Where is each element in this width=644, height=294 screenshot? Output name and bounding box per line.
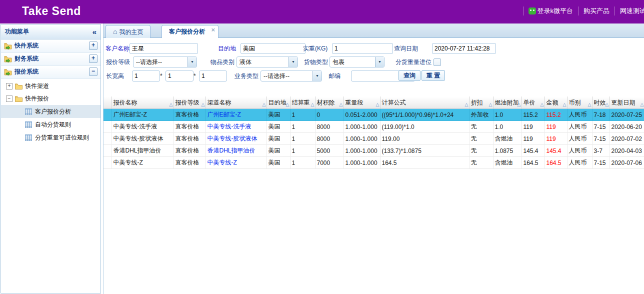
sort-icon[interactable]: △ [518,102,521,107]
channel-link-cell[interactable]: 香港DHL指甲油价 [206,145,266,157]
query-date-input[interactable] [432,43,496,54]
chevron-down-icon[interactable]: ▼ [288,57,298,67]
table-row[interactable]: 中美专线-胶状液体直客价格中美专线-胶状液体美国180001.000-1.000… [104,133,644,145]
table-row[interactable]: 中美专线-Z直客价格中美专线-Z美国170001.000-1.000164.5无… [104,157,644,169]
buy-product-link[interactable]: 购买产品 [578,6,614,16]
column-header[interactable]: 结算重△ [290,96,315,109]
table-row[interactable]: 广州E邮宝-Z直客价格广州E邮宝-Z美国100.051-2.000((95*1/… [104,109,644,121]
chevron-down-icon[interactable]: ▼ [375,57,384,67]
height-input[interactable] [199,70,227,82]
collapse-sidebar-icon[interactable]: « [92,24,96,39]
table-cell: 美国 [266,133,290,145]
sort-icon[interactable]: △ [376,102,380,107]
sort-icon[interactable]: △ [640,102,644,107]
column-header[interactable]: 更新日期△ [610,96,644,109]
business-type-select[interactable]: --请选择-- ▼ [260,70,322,82]
sort-icon[interactable]: △ [340,102,343,107]
folder-icon [15,84,22,90]
tree-node-express-channel[interactable]: + 快件渠道 [1,80,100,92]
tab-my-homepage[interactable]: ⌂我的主页 [106,25,150,38]
channel-link-cell[interactable]: 中美专线-胶状液体 [206,133,266,145]
business-type-label: 业务类型 [234,70,258,82]
collapse-node-icon[interactable]: − [6,96,12,102]
column-header[interactable]: 时效△ [592,96,610,109]
expand-group-icon[interactable]: + [89,54,98,63]
sort-icon[interactable]: △ [489,102,492,107]
tree-leaf-label: 自动分货规则 [35,120,71,129]
close-tab-icon[interactable]: × [211,26,215,34]
tree-leaf-split-weight-carry-rule[interactable]: 分货重量可进位规则 [1,131,100,144]
table-cell: 164.5 [522,157,544,169]
table-cell: (119.00)*1.0 [380,121,469,133]
goods-type-select[interactable]: 包裹 ▼ [330,56,384,68]
column-header[interactable]: 报价名称△ [112,96,174,109]
channel-link-cell[interactable]: 广州E邮宝-Z [206,109,266,121]
customer-name-input[interactable] [130,43,198,54]
sidebar-group-express-system[interactable]: 快件系统 + [1,40,100,52]
destination-input[interactable] [240,43,306,54]
column-header[interactable]: 币别△ [567,96,592,109]
multiply-separator: * [160,70,162,82]
table-cell: 美国 [266,145,290,157]
query-date-label: 查询日期 [394,43,418,54]
table-cell: 119 [544,133,567,145]
sort-icon[interactable]: △ [311,102,314,107]
tree-node-express-quote[interactable]: − 快件报价 [1,92,100,105]
sort-icon[interactable]: △ [286,102,290,107]
sort-icon[interactable]: △ [170,102,173,107]
login-kwei-label: 登录k微平台 [538,7,574,14]
chevron-down-icon[interactable]: ▼ [188,57,196,67]
sidebar-group-quote-system[interactable]: 报价系统 − [1,66,100,78]
login-kwei-link[interactable]: 登录k微平台 [523,6,578,16]
item-category-select[interactable]: 液体 ▼ [236,56,298,68]
column-header[interactable]: 单价△ [522,96,544,109]
column-header[interactable]: 目的地△ [266,96,290,109]
column-header[interactable]: 报价等级△ [174,96,206,109]
table-row[interactable]: 香港DHL指甲油价直客价格香港DHL指甲油价美国150001.000-1.000… [104,145,644,157]
tree-leaf-auto-split-rule[interactable]: 自动分货规则 [1,118,100,131]
tree-leaf-customer-quote-analysis[interactable]: 客户报价分析 [1,105,100,118]
actual-weight-input[interactable] [332,43,393,54]
column-header[interactable]: 材积除△ [315,96,344,109]
column-header[interactable]: 金额△ [544,96,567,109]
tab-bar: ⌂我的主页 客户报价分析 × [104,24,644,38]
sort-icon[interactable]: △ [540,102,544,107]
sidebar-title-label: 功能菜单 [5,28,29,35]
folder-arrow-icon [4,42,12,50]
table-cell: 1.0 [493,121,522,133]
width-input[interactable] [166,70,194,82]
channel-link-cell[interactable]: 中美专线-Z [206,157,266,169]
table-cell: 中美专线-洗手液 [112,121,174,133]
sort-icon[interactable]: △ [262,102,266,107]
sort-icon[interactable]: △ [465,102,468,107]
table-cell: 广州E邮宝-Z [112,109,174,121]
query-button[interactable]: 查询 [398,70,420,81]
sort-icon[interactable]: △ [588,102,592,107]
column-header[interactable]: 渠道名称△ [206,96,266,109]
sidebar-group-finance-system[interactable]: 财务系统 + [1,52,100,66]
expand-group-icon[interactable]: + [89,42,98,50]
chevron-down-icon[interactable]: ▼ [312,71,322,81]
column-header[interactable]: 计算公式△ [380,96,469,109]
grid-icon [25,122,32,128]
column-header[interactable]: 重量段△ [344,96,380,109]
quote-level-value: --请选择-- [134,57,188,67]
table-row[interactable]: 中美专线-洗手液直客价格中美专线-洗手液美国180001.000-1.000(1… [104,121,644,133]
speed-test-link[interactable]: 网速测试 [614,6,644,16]
expand-node-icon[interactable]: + [6,83,12,90]
length-input[interactable] [132,70,160,82]
column-header[interactable]: 燃油附加△ [493,96,522,109]
quote-level-select[interactable]: --请选择-- ▼ [133,56,197,68]
quote-level-label: 报价等级 [106,56,130,68]
tab-customer-quote-analysis[interactable]: 客户报价分析 × [162,25,218,39]
collapse-group-icon[interactable]: − [89,68,98,76]
sort-icon[interactable]: △ [563,102,566,107]
sort-icon[interactable]: △ [606,102,609,107]
channel-link-cell[interactable]: 中美专线-洗手液 [206,121,266,133]
split-weight-carry-checkbox[interactable] [434,58,441,66]
column-header[interactable]: 折扣△ [469,96,493,109]
sort-icon[interactable]: △ [202,102,205,107]
table-cell: 美国 [266,157,290,169]
reset-button[interactable]: 重 置 [422,70,445,81]
table-cell: 119 [522,133,544,145]
